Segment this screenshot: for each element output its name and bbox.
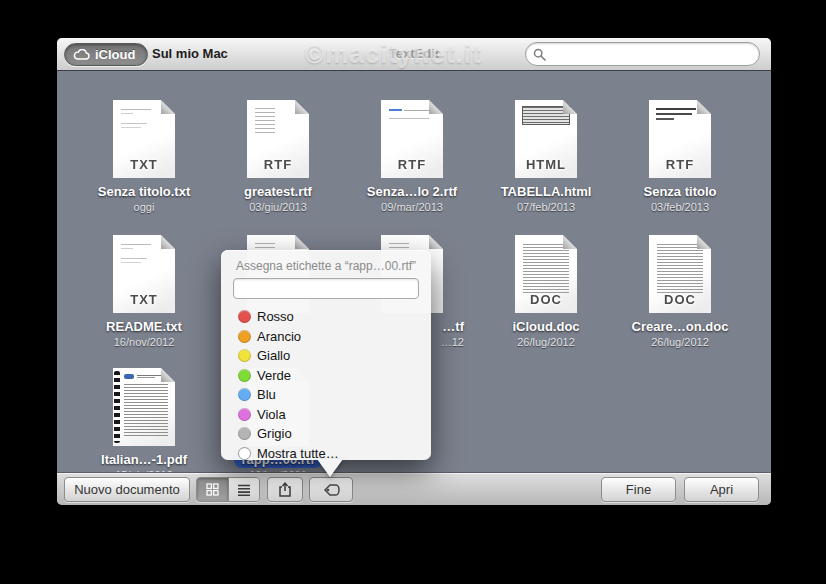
label-option-text: Grigio <box>257 426 292 441</box>
share-button[interactable] <box>267 477 303 502</box>
document-item[interactable]: DOC Creare…on.doc 26/lug/2012 <box>616 235 744 349</box>
bottom-toolbar: Nuovo documento <box>57 472 771 505</box>
document-icon: DOC <box>515 235 577 313</box>
document-item[interactable]: RTF greatest.rtf 03/giu/2013 <box>214 100 342 214</box>
search-field[interactable] <box>525 42 760 66</box>
document-date: 03/giu/2013 <box>214 200 342 214</box>
label-option[interactable]: Grigio <box>221 424 431 444</box>
document-name: greatest.rtf <box>214 184 342 200</box>
document-icon: RTF <box>247 100 309 178</box>
document-item[interactable]: TXT Senza titolo.txt oggi <box>80 100 208 214</box>
document-date: 07/feb/2013 <box>482 200 610 214</box>
label-color-dot <box>238 349 251 362</box>
page-text-lines <box>255 108 275 134</box>
document-item[interactable]: RTF Senza titolo 03/feb/2013 <box>616 100 744 214</box>
label-option-text: Arancio <box>257 329 301 344</box>
file-type-badge: DOC <box>649 292 711 307</box>
page-text-lines <box>389 109 435 123</box>
document-name: README.txt <box>80 319 208 335</box>
view-mode-segmented-control <box>196 477 260 502</box>
page-text-lines <box>121 244 167 266</box>
label-option-text: Blu <box>257 387 276 402</box>
label-options-list: Rosso Arancio Giallo Verde Blu Viola Gri… <box>221 307 431 463</box>
share-icon <box>277 482 293 497</box>
label-option[interactable]: Rosso <box>221 307 431 327</box>
page-fold-corner <box>161 368 175 382</box>
page-text-lines <box>124 384 168 436</box>
grid-view-button[interactable] <box>197 478 228 501</box>
document-item[interactable]: HTML TABELLA.html 07/feb/2013 <box>482 100 610 214</box>
page-text-lines <box>522 106 570 125</box>
file-type-badge: RTF <box>381 157 443 172</box>
list-view-button[interactable] <box>228 478 260 501</box>
page-fold-corner <box>563 235 577 249</box>
document-icon: RTF <box>381 100 443 178</box>
label-color-dot <box>238 310 251 323</box>
document-name: Senza titolo <box>616 184 744 200</box>
label-color-dot <box>238 369 251 382</box>
page-fold-corner <box>429 100 443 114</box>
list-view-icon <box>237 484 251 496</box>
page-fold-corner <box>697 235 711 249</box>
document-date: 26/lug/2012 <box>482 335 610 349</box>
document-icon: DOC <box>649 235 711 313</box>
page-fold-corner <box>697 100 711 114</box>
file-type-badge: TXT <box>113 157 175 172</box>
page-text-lines <box>121 109 167 131</box>
labels-button[interactable] <box>309 477 353 502</box>
document-icon: RTF <box>649 100 711 178</box>
document-name: TABELLA.html <box>482 184 610 200</box>
document-icon: TXT <box>113 100 175 178</box>
file-type-badge: DOC <box>515 292 577 307</box>
document-icon: HTML <box>515 100 577 178</box>
search-input[interactable] <box>546 45 759 63</box>
label-option-text: Viola <box>257 407 286 422</box>
label-name-input[interactable] <box>233 278 419 299</box>
search-icon <box>533 48 546 61</box>
document-date: 03/feb/2013 <box>616 200 744 214</box>
label-color-dot <box>238 388 251 401</box>
label-color-dot <box>238 408 251 421</box>
page-fold-corner <box>429 235 443 249</box>
document-name: Italian…-1.pdf <box>80 452 208 468</box>
labels-popover: Assegna etichette a “rapp…00.rtf” Rosso … <box>221 250 431 460</box>
label-option[interactable]: Arancio <box>221 327 431 347</box>
document-date: 09/mar/2013 <box>348 200 476 214</box>
fine-button[interactable]: Fine <box>601 477 676 502</box>
page-text-lines <box>656 108 702 124</box>
grid-view-icon <box>206 483 219 496</box>
document-date: 16/nov/2012 <box>80 335 208 349</box>
document-icon: TXT <box>113 235 175 313</box>
popover-arrow <box>317 459 343 477</box>
spiral-binding <box>114 371 120 443</box>
page-fold-corner <box>295 235 309 249</box>
tag-icon <box>322 483 340 497</box>
new-document-label: Nuovo documento <box>74 482 180 497</box>
document-date: 26/lug/2012 <box>616 335 744 349</box>
new-document-button[interactable]: Nuovo documento <box>64 477 190 502</box>
label-option[interactable]: Verde <box>221 366 431 386</box>
label-option[interactable]: Giallo <box>221 346 431 366</box>
document-name: Creare…on.doc <box>616 319 744 335</box>
label-option-text: Giallo <box>257 348 290 363</box>
document-item[interactable]: Italian…-1.pdf 15/giu/2013 <box>80 368 208 473</box>
apri-button[interactable]: Apri <box>684 477 759 502</box>
document-item[interactable]: RTF Senza…lo 2.rtf 09/mar/2013 <box>348 100 476 214</box>
label-option-text: Verde <box>257 368 291 383</box>
fine-button-label: Fine <box>626 482 651 497</box>
label-option[interactable]: Viola <box>221 405 431 425</box>
page-fold-corner <box>295 100 309 114</box>
document-item[interactable]: DOC iCloud.doc 26/lug/2012 <box>482 235 610 349</box>
document-item[interactable]: TXT README.txt 16/nov/2012 <box>80 235 208 349</box>
label-option[interactable]: Blu <box>221 385 431 405</box>
label-option-text: Rosso <box>257 309 294 324</box>
document-name: Senza…lo 2.rtf <box>348 184 476 200</box>
page-text-lines <box>657 244 703 295</box>
page-fold-corner <box>563 100 577 114</box>
page-fold-corner <box>161 100 175 114</box>
pdf-logo <box>124 374 134 379</box>
document-name: iCloud.doc <box>482 319 610 335</box>
label-color-dot <box>238 330 251 343</box>
document-date: oggi <box>80 200 208 214</box>
pdf-header <box>137 375 161 378</box>
